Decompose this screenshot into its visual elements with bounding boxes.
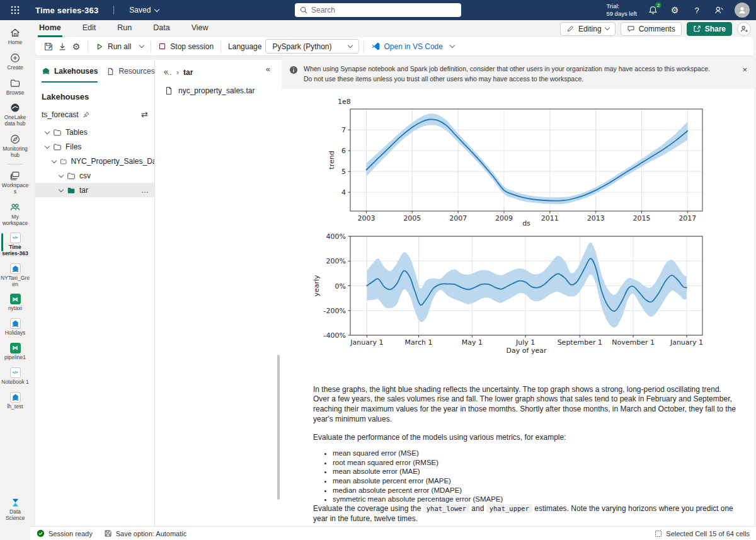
save-icon[interactable]	[42, 40, 55, 54]
rail-item-workspaces[interactable]: Workspaces	[0, 167, 30, 198]
file-icon	[164, 86, 173, 95]
close-icon[interactable]: ×	[742, 64, 747, 76]
tree-item-tar[interactable]: tar …	[35, 183, 154, 197]
editing-label: Editing	[578, 25, 602, 33]
saved-status-dropdown[interactable]: Saved	[129, 6, 159, 14]
switch-lakehouse-icon[interactable]: ⇄	[141, 110, 148, 119]
open-in-vscode-button[interactable]: Open in VS Code	[369, 42, 457, 51]
session-settings-gear-icon[interactable]: ⚙	[69, 40, 83, 54]
breadcrumb-ellipsis[interactable]: …	[164, 68, 172, 77]
notebook-scroll-area[interactable]: 200320052007200920112013201520174567dstr…	[282, 89, 754, 527]
chevron-down-icon	[59, 187, 64, 192]
lakehouse-ts-forecast[interactable]: ts_forecast ⇄	[35, 104, 154, 125]
app-launcher-icon[interactable]	[8, 3, 23, 18]
more-options-icon[interactable]: …	[141, 186, 149, 195]
folder-icon	[53, 142, 62, 151]
help-icon[interactable]: ?	[690, 4, 703, 16]
notebook-toolbar: ⚙ Run all Stop session Language PySpark …	[35, 37, 753, 55]
svg-text:yearly: yearly	[312, 274, 321, 296]
breadcrumb-separator-icon: ›	[176, 68, 179, 77]
lakehouse-icon	[42, 67, 50, 76]
session-status[interactable]: Session ready	[37, 529, 93, 537]
tree-item-tables[interactable]: Tables	[35, 125, 154, 139]
download-icon[interactable]	[55, 40, 69, 54]
vertical-scrollbar[interactable]	[277, 355, 280, 500]
rail-item-lh-test[interactable]: lh_test	[0, 389, 30, 413]
inline-code-yhat-lower: yhat_lower	[423, 504, 469, 513]
tab-run[interactable]: Run	[116, 21, 133, 37]
tab-view[interactable]: View	[190, 21, 210, 37]
rail-item-holidays[interactable]: Holidays	[0, 315, 30, 340]
share-button[interactable]: Share	[687, 22, 732, 36]
rail-item-data-science[interactable]: Data Science	[0, 494, 30, 525]
rail-item-monitoring-hub[interactable]: Monitoring hub	[0, 130, 30, 162]
document-icon	[106, 67, 115, 76]
svg-text:4: 4	[341, 188, 346, 197]
tree-item-nyc-property-sales-dataset[interactable]: NYC_Property_Sales_Dataset	[35, 154, 154, 168]
workspaces-icon	[9, 170, 21, 181]
tab-edit[interactable]: Edit	[81, 21, 98, 37]
chevron-down-icon	[139, 43, 144, 48]
global-search[interactable]	[295, 3, 461, 17]
svg-text:2017: 2017	[679, 214, 696, 222]
chevron-down-icon	[604, 25, 609, 30]
tab-resources[interactable]: Resources	[106, 67, 154, 83]
notifications-bell-icon[interactable]: 2	[646, 4, 659, 16]
account-avatar[interactable]	[735, 3, 750, 18]
rail-item-notebook-1[interactable]: </> Notebook 1	[0, 364, 30, 389]
collapse-panel-icon[interactable]: «	[266, 64, 270, 74]
feedback-icon[interactable]	[713, 4, 725, 16]
rail-item-my-workspace[interactable]: My workspace	[0, 198, 30, 230]
rail-item-onelake-data-hub[interactable]: OneLake data hub	[0, 99, 30, 130]
settings-gear-icon[interactable]: ⚙	[668, 4, 681, 16]
share-label: Share	[705, 25, 726, 33]
title-divider	[113, 6, 114, 14]
tree-item-csv[interactable]: csv	[35, 168, 154, 183]
tab-data[interactable]: Data	[152, 21, 171, 37]
rail-item-nytaxi[interactable]: ⋈ nytaxi	[0, 290, 30, 315]
rail-item-create[interactable]: Create	[0, 49, 30, 74]
chevron-down-icon	[347, 43, 352, 48]
tree-item-files[interactable]: Files	[35, 139, 154, 154]
comments-button[interactable]: Comments	[621, 22, 682, 36]
search-input[interactable]	[311, 6, 450, 14]
svg-text:-400%: -400%	[324, 331, 346, 340]
trial-status: Trial:59 days left	[606, 3, 637, 18]
breadcrumb: … › tar	[155, 60, 276, 82]
chevron-down-icon	[450, 43, 455, 48]
editing-mode-button[interactable]: Editing	[560, 22, 616, 36]
rail-divider	[7, 164, 23, 164]
data-science-icon	[10, 497, 21, 508]
stop-session-button[interactable]: Stop session	[156, 42, 216, 51]
svg-text:July 1: July 1	[515, 338, 535, 347]
pipeline-icon: ⋈	[10, 343, 21, 353]
monitoring-icon	[9, 134, 21, 145]
ribbon-right: Editing Comments Share	[560, 22, 756, 36]
svg-text:January 1: January 1	[350, 338, 383, 347]
file-row-nyc-property-sales[interactable]: nyc_property_sales.tar	[155, 82, 276, 100]
paragraph-metrics-intro: Evaluate the performance of the models u…	[313, 433, 738, 443]
save-option-status[interactable]: Save option: Automatic	[104, 529, 187, 537]
rail-item-time-series-363[interactable]: </> Time series-363	[0, 229, 30, 260]
run-all-button[interactable]: Run all	[93, 42, 146, 51]
svg-text:May 1: May 1	[462, 338, 483, 347]
svg-text:2003: 2003	[358, 214, 375, 222]
rail-item-browse[interactable]: Browse	[0, 74, 30, 100]
notebook-title[interactable]: Time series-363	[35, 6, 98, 15]
svg-text:5: 5	[341, 168, 346, 176]
tab-home[interactable]: Home	[38, 21, 62, 37]
topbar-right: Trial:59 days left 2 ⚙ ?	[606, 3, 756, 18]
onelake-icon	[9, 102, 21, 113]
svg-text:7: 7	[341, 126, 346, 134]
lakehouse-icon	[10, 318, 21, 329]
app-top-bar: Time series-363 Saved Trial:59 days left…	[0, 0, 756, 20]
chevron-down-icon	[52, 158, 57, 163]
rail-item-home[interactable]: Home	[0, 24, 30, 49]
tab-lakehouses[interactable]: Lakehouses	[42, 67, 98, 83]
rail-item-pipeline1[interactable]: ⋈ pipeline1	[0, 340, 30, 364]
language-select[interactable]: PySpark (Python)	[265, 39, 358, 54]
pin-icon	[83, 111, 90, 118]
folder-icon	[67, 171, 76, 180]
rail-item-nytaxi-green[interactable]: NYTaxi_Green	[0, 260, 30, 291]
collaborators-button[interactable]	[737, 22, 751, 36]
